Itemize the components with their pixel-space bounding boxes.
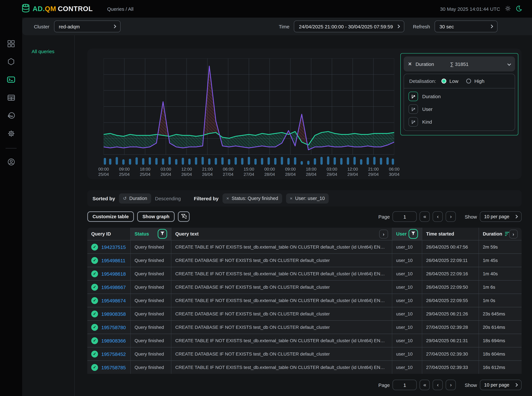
query-id-link[interactable]: 198908358 [101,311,126,317]
sidebar-item-clusters[interactable] [5,56,17,69]
legend-item-user[interactable]: User [408,104,510,114]
prev-page-button[interactable]: ‹ [433,211,443,222]
table-row[interactable]: ✓195498611Query finishedCREATE DATABASE … [87,253,521,267]
radio-low-label[interactable]: Low [449,78,458,84]
page-number-input[interactable] [393,211,417,222]
query-count-bar [182,158,184,165]
status-filter-button[interactable] [158,229,167,239]
status-cell: Query finished [131,294,171,307]
header-time-started[interactable]: Time started [422,228,479,240]
prev-page-button[interactable]: ‹ [433,380,443,390]
query-id-link[interactable]: 195498618 [101,271,126,276]
sidebar-item-dashboard[interactable] [5,38,17,51]
next-page-button[interactable]: › [446,380,456,390]
page-number-input[interactable] [393,380,417,390]
radio-high[interactable] [466,79,471,83]
next-page-button[interactable]: › [446,211,456,222]
reset-filters-button[interactable] [178,211,190,222]
query-id-cell: ✓195498667 [87,280,131,294]
query-count-bar [228,159,230,165]
dark-theme-button[interactable] [516,5,522,12]
query-count-bar [307,161,310,165]
left-sidebar [0,17,22,396]
table-row[interactable]: ✓195758785Query finishedCREATE TABLE IF … [87,361,521,374]
per-page-select[interactable]: 10 per page [480,211,521,222]
chevron-right-icon [514,383,518,387]
table-row[interactable]: ✓195498667Query finishedCREATE DATABASE … [87,280,521,294]
header-query-text[interactable]: Query text › [171,228,392,240]
table-row[interactable]: ✓195498674Query finishedCREATE TABLE IF … [87,294,521,307]
legend-item-duration[interactable]: Duration [408,92,510,101]
query-id-link[interactable]: 198908366 [101,338,126,343]
query-id-link[interactable]: 195498674 [101,298,126,303]
first-page-button[interactable]: « [420,380,430,390]
radio-low[interactable] [441,79,446,83]
query-count-bar [221,157,224,165]
breadcrumb[interactable]: Queries / All [107,6,134,12]
radio-high-label[interactable]: High [474,78,484,84]
filter-chip-status[interactable]: × Status: Query finished [222,193,282,203]
per-page-value: 10 per page [484,382,509,388]
sort-descending-icon[interactable] [505,232,509,236]
table-row[interactable]: ✓198908358Query finishedCREATE DATABASE … [87,307,521,320]
table-row[interactable]: ✓198908366Query finishedCREATE TABLE IF … [87,334,521,347]
show-graph-button[interactable]: Show graph [137,211,175,222]
chart-plot-area [104,58,394,167]
query-id-link[interactable]: 195758452 [101,351,126,357]
close-icon[interactable]: × [408,60,412,67]
cluster-select[interactable]: red-adqm [54,21,120,32]
sidebar-item-queries[interactable] [5,74,17,87]
remove-filter-icon[interactable]: × [226,196,229,201]
sidebar-item-keys[interactable] [5,110,17,123]
logo-control: CONTROL [58,5,93,12]
sort-chip-duration[interactable]: ↺ Duration [119,193,151,203]
sidebar-item-tables[interactable] [5,92,17,105]
moon-icon [516,5,522,12]
expand-column-button[interactable]: › [509,229,518,238]
app-logo[interactable]: AD.QMCONTROL [21,3,93,14]
user-filter-button[interactable] [408,229,418,239]
header-query-id[interactable]: Query ID [87,228,131,240]
sidebar-item-settings[interactable] [5,128,17,141]
light-theme-button[interactable] [505,5,511,12]
duration-cell: 1m 40s [479,267,521,280]
duration-cell: 1m 0s [479,294,521,307]
query-count-bar [274,158,277,165]
reset-sort-icon[interactable]: ↺ [123,196,127,201]
nav-item-all-queries[interactable]: All queries [32,49,54,54]
query-count-bar [392,158,394,165]
query-count-bar [294,157,296,165]
refresh-select[interactable]: 30 sec [435,21,498,32]
table-row[interactable]: ✓194237515Query finishedCREATE TABLE IF … [87,240,521,253]
legend-item-kind[interactable]: Kind [408,117,510,127]
query-id-link[interactable]: 194237515 [101,244,126,250]
x-axis-tick-label: 21:0029/04 [362,167,385,177]
query-id-link[interactable]: 195758785 [101,365,126,370]
customize-table-button[interactable]: Customize table [87,211,134,222]
query-id-cell: ✓195498674 [87,294,131,307]
query-count-bar [334,157,336,165]
x-axis-tick-label: 00:0025/04 [92,167,115,177]
sidebar-item-profile[interactable] [5,156,17,169]
query-id-link[interactable]: 195498667 [101,284,126,290]
header-duration[interactable]: Duration › [479,228,521,240]
table-row[interactable]: ✓195758780Query finishedCREATE DATABASE … [87,320,521,334]
legend-metric-header[interactable]: × Duration ∑ 31851 [404,56,515,71]
table-header-row: Query ID Status Query text › User [87,228,521,240]
query-id-link[interactable]: 195498611 [101,257,125,263]
chart-legend-panel: × Duration ∑ 31851 Detalisation: Low Hig… [400,53,518,135]
table-row[interactable]: ✓195498618Query finishedCREATE TABLE IF … [87,267,521,280]
expand-column-button[interactable]: › [379,229,388,238]
sort-direction[interactable]: Descending [155,196,181,201]
queries-chart[interactable] [104,58,394,166]
header-user[interactable]: User [392,228,422,240]
time-range-select[interactable]: 24/04/2025 21:00:00 - 30/04/2025 07:59:5… [294,21,404,32]
remove-filter-icon[interactable]: × [290,196,292,201]
cluster-value: red-adqm [59,24,80,29]
per-page-select[interactable]: 10 per page [480,380,521,390]
query-id-link[interactable]: 195758780 [101,324,126,330]
first-page-button[interactable]: « [420,211,430,222]
table-row[interactable]: ✓195758452Query finishedCREATE DATABASE … [87,347,521,361]
filter-chip-user[interactable]: × User: user_10 [286,193,329,203]
header-status[interactable]: Status [131,228,171,240]
